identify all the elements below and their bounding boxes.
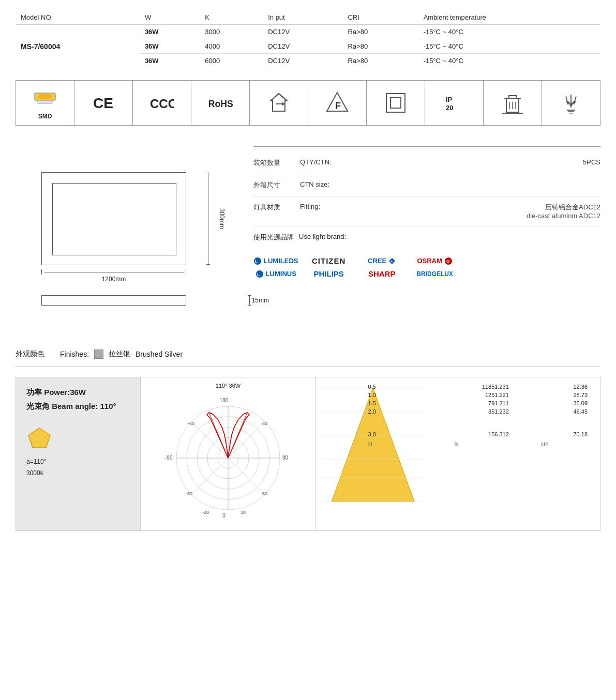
svg-text:90: 90 [282,455,289,461]
symbol-ccc: CCC [133,81,191,125]
svg-rect-13 [390,98,401,108]
col-m-label: m [368,440,372,447]
svg-text:60: 60 [262,491,267,496]
col-cm-label: cm [541,440,549,447]
fitting-row: 灯具材质 Fitting: 压铸铝合金ADC12 die-cast alumin… [253,196,600,226]
svg-text:20: 20 [446,104,453,112]
smd-icon [33,86,57,111]
brand-lumileds: L LUMILEDS [253,256,298,265]
finish-label-zh: 外观颜色 [16,349,44,359]
symbol-smd: SMD [16,81,74,125]
temp-cell: -15°C ~ 40°C [418,25,600,39]
fragile-icon [559,90,583,115]
ip20-icon: IP 20 [442,90,467,115]
dim-300mm: 300mm [218,208,226,229]
brands-grid: L LUMILEDS CITIZEN CREE + OSRAM O [253,251,457,283]
qty-label-en: QTY/CTN: [300,158,347,166]
weee-icon [500,90,525,115]
brand-osram: OSRAM O [412,256,457,265]
col-model: Model NO. [16,10,140,25]
ce-icon: CE [91,90,116,115]
finish-label-en: Finishes: [60,350,89,358]
finish-name-zh: 拉丝银 [109,349,130,359]
spec-table: Model NO. W K In put CRI Ambient tempera… [16,10,600,68]
finish-name-en: Brushed Silver [136,350,183,358]
class2-icon [383,90,408,115]
brand-citizen: CITIZEN [306,256,351,265]
rohs-icon: RoHS [208,90,233,115]
w-cell: 36W [140,54,200,68]
dim-1200mm: 1200mm [41,276,186,283]
input-cell: DC12V [263,25,342,39]
col-temp: Ambient temperature [418,10,600,25]
cri-cell: Ra>80 [342,54,418,68]
svg-text:-30: -30 [202,510,209,515]
svg-text:180: 180 [220,398,229,403]
col-k: K [200,10,263,25]
led-shape-icon [26,426,52,452]
lumileds-icon: L [253,257,262,265]
qty-row: 装箱数量 QTY/CTN: 5PCS [253,152,600,174]
symbol-rohs: RoHS [191,81,250,125]
input-cell: DC12V [263,54,342,68]
svg-marker-7 [271,94,287,111]
dims-info-section: 300mm 1200mm 15mm [16,146,600,326]
col-w: W [140,10,200,25]
svg-marker-40 [28,428,50,448]
svg-text:F: F [335,101,341,111]
osram-icon: O [444,257,453,265]
cri-cell: Ra>80 [342,39,418,54]
symbol-fragile [542,81,600,125]
brand-philips: PHILIPS [306,269,351,278]
svg-text:L: L [257,272,260,277]
brand-cree: CREE + [359,256,404,265]
polar-chart-svg: 180 90 0 -90 60 60 30 -60 -60 -30 [151,391,306,525]
symbol-flammability: F [308,81,367,125]
symbol-weee [484,81,542,125]
w-cell: 36W [140,39,200,54]
symbols-row: SMD CE CCC RoHS F [16,80,600,126]
svg-marker-24 [569,103,573,108]
input-cell: DC12V [263,39,342,54]
fitting-value: 压铸铝合金ADC12 die-cast aluminm ADC12 [352,203,600,220]
power-chart-section: 功率 Power:36W 光束角 Beam angle: 110° a=110°… [16,377,600,531]
svg-text:CE: CE [93,95,113,111]
svg-text:-60: -60 [186,491,192,496]
model-cell: MS-7/60004 [16,25,140,68]
svg-point-2 [38,94,52,99]
finish-section: 外观颜色 Finishes: 拉丝银 Brushed Silver [16,342,600,367]
power-label: 功率 Power:36W [26,388,130,398]
svg-text:RoHS: RoHS [208,99,233,109]
w-cell: 36W [140,25,200,39]
beam-label: 光束角 Beam angle: 110° [26,402,130,412]
k-cell: 6000 [200,54,263,68]
symbol-class2 [367,81,425,125]
ccc-icon: CCC [149,90,174,115]
svg-rect-12 [386,94,405,112]
svg-rect-1 [38,100,52,103]
recycle-icon [266,90,291,115]
svg-text:L: L [255,259,258,264]
brand-sharp: SHARP [359,269,404,278]
fitting-label-en: Fitting: [300,203,347,210]
ctn-label-en: CTN size: [300,180,347,188]
kelvin-label: 3000k [26,469,130,477]
svg-text:0: 0 [222,513,226,519]
svg-text:+: + [390,259,393,264]
svg-text:-60: -60 [188,421,194,426]
fitting-label-zh: 灯具材质 [253,203,295,212]
brand-label-en: Use light brand: [299,233,346,242]
polar-chart-box: 110° 36W 180 90 0 -90 60 60 30 -60 -60 -… [140,377,316,530]
ctn-label-zh: 外箱尺寸 [253,180,295,190]
temp-cell: -15°C ~ 40°C [418,39,600,54]
col-input: In put [263,10,342,25]
ctn-row: 外箱尺寸 CTN size: [253,174,600,196]
profile-outer [41,295,186,306]
col-lx-label: lx [455,440,459,447]
info-panel: 装箱数量 QTY/CTN: 5PCS 外箱尺寸 CTN size: 灯具材质 F… [253,146,600,290]
brand-luminus: L LUMINUS [253,269,298,278]
svg-text:-90: -90 [165,455,173,461]
symbol-ip20: IP 20 [425,81,484,125]
power-info-box: 功率 Power:36W 光束角 Beam angle: 110° a=110°… [16,377,140,530]
angle-label: a=110° [26,458,130,465]
